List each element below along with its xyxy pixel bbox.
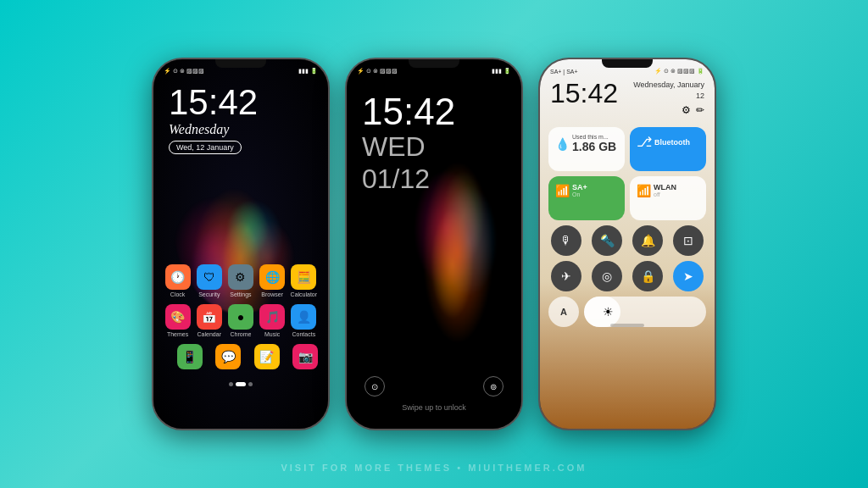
phone3-carrier: SA+ | SA+ (550, 69, 578, 75)
dot-3 (248, 382, 253, 386)
app-extra-3[interactable]: 📝 (253, 344, 281, 371)
music-icon: 🎵 (259, 304, 285, 330)
sa-sub: On (572, 191, 587, 197)
phone1-date: Wed, 12 January (169, 141, 242, 154)
wlan-sub: off (654, 191, 676, 197)
phone1-page-dots (229, 382, 253, 386)
phone1-status-bar: ⚡ ⊙ ⊚ ▨▨▨ ▮▮▮ 🔋 (164, 68, 318, 75)
airplane-button[interactable]: ✈ (551, 261, 581, 291)
control-row-1: 💧 Used this m... 1.86 GB ⎇ Bluetooth (548, 127, 706, 171)
phone-1-homescreen: ⚡ ⊙ ⊚ ▨▨▨ ▮▮▮ 🔋 15:42 Wednesday Wed, 12 … (152, 58, 330, 430)
lock-button[interactable]: 🔒 (632, 261, 663, 291)
focus-button[interactable]: ◎ (592, 261, 622, 291)
dot-2-active (236, 382, 246, 386)
app-calendar[interactable]: 📅 Calendar (194, 304, 225, 337)
phone3-status-bar: SA+ | SA+ ⚡ ⊙ ⊚ ▨▨▨ 🔋 (550, 68, 704, 75)
chrome-icon: ● (228, 304, 253, 330)
wlan-tile[interactable]: 📶 WLAN off (630, 176, 706, 220)
location-button[interactable]: ➤ (673, 261, 704, 291)
phone3-header-icons: ⚙ ✏ (682, 104, 704, 116)
sa-label: SA+ (572, 183, 587, 191)
phone1-day: Wednesday (169, 122, 258, 137)
wifi-icon: 📶 (637, 184, 651, 197)
phone2-date-line1: WED (362, 130, 455, 163)
edit-icon[interactable]: ✏ (696, 104, 704, 116)
bluetooth-tile[interactable]: ⎇ Bluetooth (630, 127, 706, 171)
flashlight-button[interactable]: 🔦 (592, 225, 622, 256)
app-extra-1[interactable]: 📱 (175, 344, 204, 371)
brightness-slider[interactable]: ☀ (584, 297, 706, 327)
themes-icon: 🎨 (165, 304, 191, 330)
app-contacts[interactable]: 👤 Contacts (288, 304, 319, 337)
control-row-2: 📶 SA+ On 📶 WLAN off (548, 176, 706, 220)
phone1-time-widget: 15:42 Wednesday Wed, 12 January (169, 85, 258, 154)
app-music[interactable]: 🎵 Music (257, 304, 287, 337)
quick-actions-row-1: 🎙 🔦 🔔 ⊡ (548, 225, 706, 256)
phone1-background: ⚡ ⊙ ⊚ ▨▨▨ ▮▮▮ 🔋 15:42 Wednesday Wed, 12 … (153, 59, 328, 429)
extra2-icon: 💬 (215, 344, 241, 369)
phone2-flashlight-icon[interactable]: ⊚ (483, 376, 504, 396)
settings-gear-icon[interactable]: ⚙ (682, 104, 691, 116)
handle-bar (610, 324, 644, 327)
app-themes[interactable]: 🎨 Themes (163, 304, 193, 337)
app-extra-4[interactable]: 📷 (292, 344, 320, 371)
phone3-clock: 15:42 (550, 80, 618, 107)
contacts-icon: 👤 (291, 304, 316, 330)
phone-3-controlcenter: SA+ | SA+ ⚡ ⊙ ⊚ ▨▨▨ 🔋 15:42 Wednesday, J… (538, 58, 716, 430)
phone3-background: SA+ | SA+ ⚡ ⊙ ⊚ ▨▨▨ 🔋 15:42 Wednesday, J… (540, 59, 715, 429)
phone3-date: Wednesday, January 12 (633, 80, 704, 101)
phone2-status-right: ▮▮▮ 🔋 (492, 68, 511, 75)
browser-icon: 🌐 (259, 264, 285, 290)
app-security[interactable]: 🛡 Security (194, 264, 225, 297)
phone1-app-row-2: 🎨 Themes 📅 Calendar ● Chrome 🎵 Music 👤 (162, 304, 320, 337)
phone2-date-line2: 01/12 (362, 163, 455, 195)
brightness-row: A ☀ (548, 297, 706, 327)
screenshot-button[interactable]: ⊡ (673, 225, 704, 256)
brightness-fill: ☀ (584, 297, 620, 327)
bluetooth-label: Bluetooth (654, 138, 690, 147)
app-clock[interactable]: 🕐 Clock (163, 264, 193, 297)
extra1-icon: 📱 (177, 344, 203, 369)
bluetooth-icon: ⎇ (637, 134, 652, 150)
data-drop-icon: 💧 (555, 137, 570, 151)
phone3-control-grid: 💧 Used this m... 1.86 GB ⎇ Bluetooth (548, 127, 706, 332)
phone2-clock: 15:42 (362, 93, 455, 130)
watermark: VISIT FOR MORE THEMES • MIUITHEMER.COM (281, 463, 587, 473)
data-usage-tile[interactable]: 💧 Used this m... 1.86 GB (548, 127, 625, 171)
phone2-background: ⚡ ⊙ ⊚ ▨▨▨ ▮▮▮ 🔋 15:42 WED 01/12 ⊙ ⊚ Swip… (347, 59, 521, 429)
app-chrome[interactable]: ● Chrome (225, 304, 256, 337)
phone1-clock: 15:42 (169, 85, 258, 120)
phone2-bottom-icons: ⊙ ⊚ (364, 376, 504, 396)
brightness-sun-icon: ☀ (603, 305, 614, 319)
calendar-icon: 📅 (197, 304, 222, 330)
sa-tile[interactable]: 📶 SA+ On (548, 176, 625, 220)
signal-icon: 📶 (555, 184, 570, 197)
quick-actions-row-2: ✈ ◎ 🔒 ➤ (548, 261, 706, 291)
phone2-status-bar: ⚡ ⊙ ⊚ ▨▨▨ ▮▮▮ 🔋 (357, 68, 511, 75)
phone3-header: 15:42 Wednesday, January 12 ⚙ ✏ (550, 80, 704, 116)
notification-button[interactable]: 🔔 (632, 225, 663, 256)
phone-2-lockscreen: ⚡ ⊙ ⊚ ▨▨▨ ▮▮▮ 🔋 15:42 WED 01/12 ⊙ ⊚ Swip… (345, 58, 523, 430)
phone2-lock-bottom: ⊙ ⊚ Swipe up to unlock (347, 376, 521, 412)
extra3-icon: 📝 (254, 344, 280, 369)
app-browser[interactable]: 🌐 Browser (257, 264, 287, 297)
app-calculator[interactable]: 🧮 Calculator (288, 264, 319, 297)
security-icon: 🛡 (197, 264, 222, 290)
settings-icon: ⚙ (228, 264, 253, 290)
auto-brightness-button[interactable]: A (548, 297, 579, 327)
phone1-status-right: ▮▮▮ 🔋 (298, 68, 318, 75)
phone1-status-left: ⚡ ⊙ ⊚ ▨▨▨ (164, 68, 204, 75)
app-settings[interactable]: ⚙ Settings (225, 264, 256, 297)
wlan-label: WLAN (654, 183, 676, 191)
app-extra-2[interactable]: 💬 (214, 344, 243, 371)
phone1-app-row-1: 🕐 Clock 🛡 Security ⚙ Settings 🌐 Browser … (162, 264, 320, 297)
phone2-status-left: ⚡ ⊙ ⊚ ▨▨▨ (357, 68, 398, 75)
phone2-time-widget: 15:42 WED 01/12 (362, 93, 455, 196)
mic-button[interactable]: 🎙 (551, 225, 581, 256)
data-value: 1.86 GB (572, 140, 616, 153)
phone2-camera-icon[interactable]: ⊙ (364, 376, 385, 396)
phone2-swipe-hint: Swipe up to unlock (402, 403, 466, 412)
phone1-app-row-3: 📱 💬 📝 📷 (162, 344, 320, 371)
phone3-status-icons: ⚡ ⊙ ⊚ ▨▨▨ 🔋 (654, 68, 704, 75)
calculator-icon: 🧮 (291, 264, 316, 290)
